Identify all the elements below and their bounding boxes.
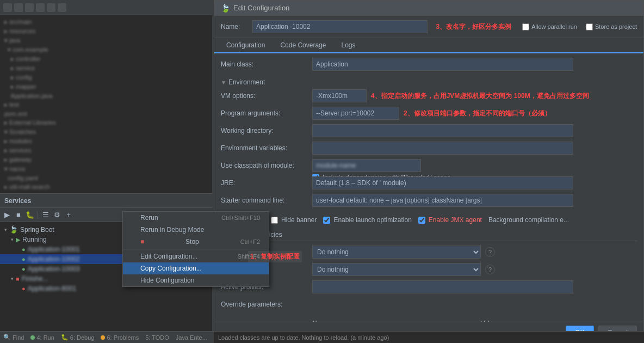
services-run-btn[interactable]: ▶: [2, 210, 12, 220]
run-item-icon-3: ●: [22, 266, 26, 272]
enable-launch-row: Enable launch optimization: [323, 216, 411, 224]
params-value-header: Value: [476, 317, 637, 322]
on-update-select[interactable]: Do nothing: [312, 246, 481, 259]
allow-parallel-label: Allow parallel run: [531, 23, 577, 30]
toolbar-btn-5[interactable]: [47, 3, 55, 12]
output-row: output Hide banner Enable launch optimiz…: [221, 211, 637, 226]
tree-item-16: ▸ gateway: [2, 155, 210, 164]
tab-configuration[interactable]: Configuration: [219, 38, 273, 53]
problems-status-item[interactable]: 6: Problems: [101, 334, 139, 341]
active-profiles-input[interactable]: [312, 280, 573, 293]
dialog-tabs: Configuration Code Coverage Logs: [214, 38, 643, 53]
working-dir-input[interactable]: [312, 124, 573, 137]
running-arrow: ▾: [11, 237, 14, 242]
services-add-btn[interactable]: +: [64, 210, 73, 220]
working-dir-control: [312, 124, 637, 137]
run-status-dot: [30, 335, 35, 340]
enable-jmx-label: Enable JMX agent: [429, 216, 482, 224]
on-deactivation-control: Do nothing ?: [312, 263, 495, 276]
menu-copy-config-label: Copy Configuration...: [140, 265, 202, 272]
starter-cmd-label: Starter command line:: [221, 194, 308, 204]
tree-item-7: ▸ config: [2, 73, 210, 82]
menu-edit-config[interactable]: Edit Configuration... Shift+F4: [123, 250, 269, 262]
program-args-label: Program arguments:: [221, 107, 308, 117]
run-item-label-1: Application-10001: [28, 246, 80, 253]
toolbar-btn-4[interactable]: [36, 3, 45, 12]
tree-item-14: ▸ modules: [2, 137, 210, 146]
program-args-row: Program arguments: 2、修改项目端口参数，指定不同的端口号（必…: [221, 107, 637, 122]
tree-item-5: ▸ controller: [2, 54, 210, 64]
menu-separator-1: [123, 249, 269, 249]
services-title: Services: [4, 197, 31, 205]
services-debug-btn[interactable]: 🐛: [25, 210, 35, 220]
active-profiles-row: Active profiles:: [221, 280, 637, 296]
toolbar-btn-3[interactable]: [25, 3, 34, 12]
main-class-control: [312, 58, 637, 71]
hide-banner-label: Hide banner: [281, 216, 317, 224]
menu-rerun[interactable]: Rerun Ctrl+Shift+F10: [123, 212, 269, 224]
debug-status-item[interactable]: 🐛 6: Debug: [61, 334, 95, 341]
tab-logs[interactable]: Logs: [333, 38, 363, 53]
context-menu: Rerun Ctrl+Shift+F10 Rerun in Debug Mode…: [122, 211, 269, 287]
services-filter-btn[interactable]: ☰: [41, 210, 51, 220]
toolbar-btn-2[interactable]: [14, 3, 23, 12]
java-status-item[interactable]: Java Ente...: [176, 334, 207, 341]
services-stop-btn[interactable]: ■: [14, 210, 23, 220]
on-deactivation-select[interactable]: Do nothing: [312, 263, 481, 276]
menu-stop-label: Stop: [185, 238, 199, 246]
override-params-row: Override parameters:: [221, 298, 637, 313]
enable-launch-checkbox[interactable]: [323, 217, 330, 224]
main-class-row: Main class:: [221, 58, 637, 73]
jre-input[interactable]: [312, 176, 573, 189]
name-row: Name: 3、改名字，好区分多实例 Allow parallel run St…: [214, 16, 643, 38]
menu-copy-config[interactable]: Copy Configuration...: [123, 262, 269, 274]
running-label: Running: [22, 236, 47, 243]
todo-label: 5: TODO: [145, 334, 169, 341]
spring-icon: 🍃: [9, 225, 18, 234]
stop-icon: ■: [16, 275, 20, 282]
toolbar-btn-6[interactable]: [58, 3, 66, 12]
starter-cmd-input[interactable]: [312, 194, 573, 207]
todo-status-item[interactable]: 5: TODO: [145, 334, 169, 341]
toolbar-btn-1[interactable]: [3, 3, 12, 12]
log-area: Loaded classes are up to date. Nothing t…: [214, 331, 644, 343]
find-label: Find: [13, 334, 24, 341]
classpath-label: Use classpath of module:: [221, 159, 308, 169]
vm-options-annotation: 4、指定启动的服务，占用JVM虚拟机最大空间为 100M，避免占用过多空间: [371, 91, 589, 101]
find-icon: 🔍: [3, 334, 11, 341]
allow-parallel-checkbox[interactable]: [522, 23, 529, 30]
on-update-help-icon[interactable]: ?: [485, 247, 495, 257]
hide-banner-checkbox[interactable]: [271, 217, 278, 224]
tab-code-coverage[interactable]: Code Coverage: [273, 38, 333, 53]
find-status-item[interactable]: 🔍 Find: [3, 334, 24, 341]
menu-stop[interactable]: ■ Stop Ctrl+F2: [123, 236, 269, 248]
run-icon: ▶: [16, 236, 20, 243]
jre-row: JRE:: [221, 176, 637, 192]
services-settings-btn[interactable]: ⚙: [52, 210, 62, 220]
tree-item-11: pom.xml: [2, 109, 210, 118]
run-status-item[interactable]: 4: Run: [30, 334, 54, 341]
run-item-label-2: Application-10002: [28, 255, 80, 263]
store-as-project-label: Store as project: [595, 23, 637, 30]
environment-section-header[interactable]: ▼ Environment: [221, 75, 637, 87]
program-args-input[interactable]: [312, 107, 399, 120]
on-deactivation-help-icon[interactable]: ?: [485, 265, 495, 274]
vm-options-label: VM options:: [221, 89, 308, 100]
name-input[interactable]: [252, 20, 428, 33]
bg-compilation-label: Background compilation e...: [488, 216, 569, 224]
vm-options-input[interactable]: [312, 89, 367, 102]
env-vars-input[interactable]: [312, 142, 573, 155]
menu-rerun-debug[interactable]: Rerun in Debug Mode: [123, 224, 269, 236]
jre-label: JRE:: [221, 176, 308, 187]
params-table-container: Name Value No parameters added. Add para…: [308, 315, 637, 322]
menu-stop-shortcut: Ctrl+F2: [240, 238, 260, 245]
dialog-body: Name: 3、改名字，好区分多实例 Allow parallel run St…: [214, 16, 643, 342]
name-annotation: 3、改名字，好区分多实例: [436, 22, 512, 32]
main-class-input[interactable]: [312, 58, 573, 71]
enable-jmx-checkbox[interactable]: [418, 217, 425, 224]
menu-hide-config[interactable]: Hide Configuration: [123, 274, 269, 286]
store-as-project-checkbox[interactable]: [586, 23, 593, 30]
tree-item-3: ▾ java: [2, 36, 210, 45]
tree-item-9: Application.java: [2, 91, 210, 100]
env-arrow-icon: ▼: [221, 79, 226, 85]
